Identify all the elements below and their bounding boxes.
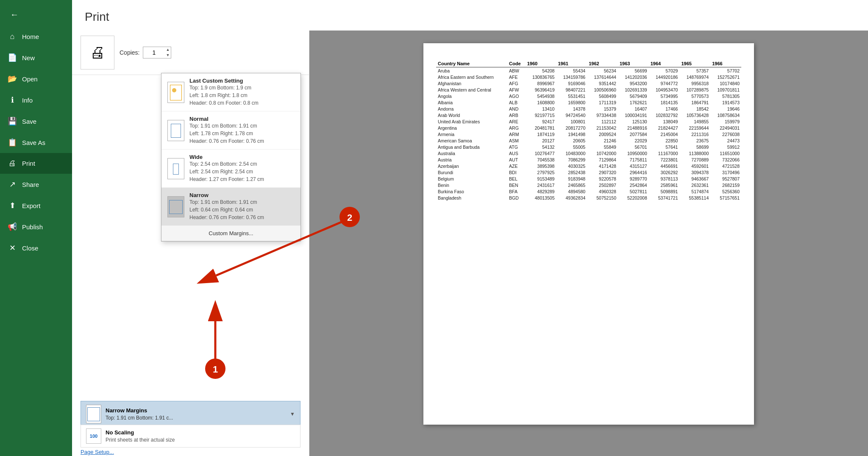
margin-option-last-custom[interactable]: Last Custom Setting Top: 1.9 cm Bottom: … xyxy=(161,73,300,111)
margin-option-narrow[interactable]: Narrow Top: 1.91 cm Bottom: 1.91 cm Left… xyxy=(161,188,300,226)
table-row: AfghanistanAFG89969679169046935144295432… xyxy=(436,80,741,86)
col-header-code: Code xyxy=(507,60,526,67)
col-header-1961: 1961 xyxy=(556,60,587,67)
back-button[interactable]: ← xyxy=(4,4,25,25)
table-row: AndorraAND134101437815379164071746618542… xyxy=(436,106,741,112)
left-panel: 🖨 Copies: ▲ ▼ xyxy=(72,31,309,456)
sidebar-label-save-as: Save As xyxy=(22,139,45,146)
sidebar-item-save[interactable]: 💾 Save xyxy=(0,111,72,132)
sidebar-item-save-as[interactable]: 📋 Save As xyxy=(0,132,72,153)
selected-margin-text: Narrow Margins Top: 1.91 cm Bottom: 1.91… xyxy=(106,407,173,421)
copies-down[interactable]: ▼ xyxy=(164,53,171,58)
copies-input[interactable] xyxy=(143,47,164,58)
table-row: ArubaABW54208554345623456699570295735757… xyxy=(436,67,741,74)
close-icon: ✕ xyxy=(8,243,17,253)
margin-option-wide[interactable]: Wide Top: 2.54 cm Bottom: 2.54 cm Left: … xyxy=(161,150,300,188)
publish-icon: 📢 xyxy=(8,222,17,231)
print-body: 🖨 Copies: ▲ ▼ xyxy=(72,31,868,456)
table-row: AustraliaAUS1027647710483000107420001095… xyxy=(436,150,741,156)
svg-point-5 xyxy=(205,359,225,379)
export-icon: ⬆ xyxy=(8,201,17,210)
no-scaling-text: No Scaling Print sheets at their actual … xyxy=(106,429,175,443)
table-row: AlbaniaALB160880016598001711319176262118… xyxy=(436,99,741,106)
sidebar-label-info: Info xyxy=(22,97,33,104)
right-panel: Country Name Code 1960 1961 1962 1963 19… xyxy=(309,31,868,456)
sidebar-label-open: Open xyxy=(22,75,38,83)
table-row: AustriaAUT704553870862997129864717581172… xyxy=(436,156,741,163)
sidebar: ← ⌂ Home 📄 New 📂 Open ℹ Info 💾 Save 📋 Sa… xyxy=(0,0,72,456)
margins-popup: Last Custom Setting Top: 1.9 cm Bottom: … xyxy=(161,73,301,242)
sidebar-label-print: Print xyxy=(22,160,35,167)
svg-text:1: 1 xyxy=(213,364,218,375)
sidebar-item-close[interactable]: ✕ Close xyxy=(0,237,72,259)
save-icon: 💾 xyxy=(8,117,17,126)
copies-spinners: ▲ ▼ xyxy=(164,47,171,58)
print-icon: 🖨 xyxy=(8,159,17,168)
sidebar-label-save: Save xyxy=(22,118,36,125)
print-title: Print xyxy=(72,0,868,31)
main-content: Print 🖨 Copies: ▲ ▼ xyxy=(72,0,868,456)
sidebar-label-close: Close xyxy=(22,245,38,252)
copies-label: Copies: xyxy=(120,49,139,56)
table-row: American SamoaASM20127206052124622029228… xyxy=(436,137,741,144)
preview-sheet: Country Name Code 1960 1961 1962 1963 19… xyxy=(423,43,754,425)
margin-icon-last-custom xyxy=(167,82,184,103)
printer-row: 🖨 Copies: ▲ ▼ xyxy=(72,31,309,75)
sidebar-item-home[interactable]: ⌂ Home xyxy=(0,26,72,47)
table-row: ArmeniaARM187411919414982009524207758421… xyxy=(436,131,741,137)
home-icon: ⌂ xyxy=(8,32,17,41)
margin-icon-wide xyxy=(167,158,184,179)
table-row: BurundiBDI279792528524382907320296441630… xyxy=(436,169,741,175)
sidebar-item-new[interactable]: 📄 New xyxy=(0,47,72,68)
printer-icon: 🖨 xyxy=(90,44,105,61)
col-header-1965: 1965 xyxy=(679,60,710,67)
no-scaling-row[interactable]: 100 No Scaling Print sheets at their act… xyxy=(81,425,300,448)
sidebar-label-export: Export xyxy=(22,202,40,209)
table-row: United Arab EmiratesARE92417100801112112… xyxy=(436,118,741,125)
sidebar-label-share: Share xyxy=(22,181,39,188)
dropdown-arrow-icon: ▼ xyxy=(290,411,295,417)
share-icon: ↗ xyxy=(8,180,17,189)
table-row: BeninBEN24316172465865250289725428642585… xyxy=(436,182,741,188)
margin-text-normal: Normal Top: 1.91 cm Bottom: 1.91 cm Left… xyxy=(189,116,264,145)
table-row: Africa Eastern and SouthernAFE1308367651… xyxy=(436,74,741,80)
new-icon: 📄 xyxy=(8,53,17,62)
sidebar-item-export[interactable]: ⬆ Export xyxy=(0,195,72,216)
margin-text-last-custom: Last Custom Setting Top: 1.9 cm Bottom: … xyxy=(189,78,259,107)
open-icon: 📂 xyxy=(8,74,17,83)
table-row: Burkina FasoBFA4829289489458049603285027… xyxy=(436,188,741,195)
margin-text-wide: Wide Top: 2.54 cm Bottom: 2.54 cm Left: … xyxy=(189,154,264,183)
custom-margins-row[interactable]: Custom Margins... xyxy=(161,226,300,241)
sidebar-item-print[interactable]: 🖨 Print xyxy=(0,153,72,174)
table-row: Antigua and BarbudaATG541325500555849567… xyxy=(436,144,741,150)
info-icon: ℹ xyxy=(8,95,17,105)
col-header-1962: 1962 xyxy=(587,60,618,67)
margin-icon-normal xyxy=(167,120,184,141)
table-row: Arab WorldARB921977159472454097334438100… xyxy=(436,112,741,118)
save-as-icon: 📋 xyxy=(8,138,17,147)
table-row: AngolaAGO5454938553145156084995679409573… xyxy=(436,93,741,99)
page-setup-link[interactable]: Page Setup... xyxy=(81,449,114,455)
sidebar-item-info[interactable]: ℹ Info xyxy=(0,89,72,111)
sidebar-item-open[interactable]: 📂 Open xyxy=(0,68,72,89)
no-scaling-icon: 100 xyxy=(86,428,101,444)
preview-table: Country Name Code 1960 1961 1962 1963 19… xyxy=(436,60,741,201)
copies-up[interactable]: ▲ xyxy=(164,47,171,53)
table-row: AzerbaijanAZE389539840303254171428431512… xyxy=(436,163,741,169)
back-icon: ← xyxy=(10,10,19,19)
margin-option-normal[interactable]: Normal Top: 1.91 cm Bottom: 1.91 cm Left… xyxy=(161,111,300,150)
table-row: Africa Western and CentralAFW96396419984… xyxy=(436,86,741,93)
sidebar-item-share[interactable]: ↗ Share xyxy=(0,174,72,195)
col-header-1964: 1964 xyxy=(649,60,680,67)
sidebar-item-publish[interactable]: 📢 Publish xyxy=(0,216,72,237)
col-header-1960: 1960 xyxy=(526,60,556,67)
table-row: BangladeshBGD480135054936283450752150522… xyxy=(436,195,741,201)
margin-text-narrow: Narrow Top: 1.91 cm Bottom: 1.91 cm Left… xyxy=(189,192,264,221)
table-row: ArgentinaARG2048178120817270211530422148… xyxy=(436,125,741,131)
col-header-1963: 1963 xyxy=(618,60,649,67)
selected-margin-display[interactable]: Narrow Margins Top: 1.91 cm Bottom: 1.91… xyxy=(81,401,300,427)
col-header-country: Country Name xyxy=(436,60,507,67)
printer-button[interactable]: 🖨 xyxy=(81,36,114,70)
sidebar-label-publish: Publish xyxy=(22,223,43,231)
col-header-1966: 1966 xyxy=(710,60,741,67)
